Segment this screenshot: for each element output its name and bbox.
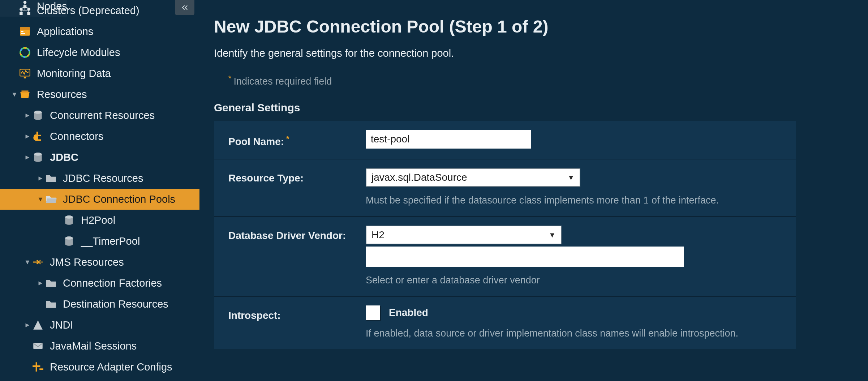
vendor-text-input[interactable] <box>366 247 684 267</box>
tree-arrow-right-icon: ► <box>23 154 32 161</box>
sidebar-item-label: Resource Adapter Configs <box>50 362 172 372</box>
sidebar-item-jndi[interactable]: ► JNDI <box>0 314 199 335</box>
svg-rect-14 <box>24 77 26 78</box>
double-chevron-left-icon <box>180 3 189 12</box>
required-star-icon: * <box>286 134 289 143</box>
svg-rect-9 <box>21 33 25 34</box>
sidebar-item-label: JavaMail Sessions <box>50 341 137 351</box>
sidebar-item-label: Destination Resources <box>63 299 168 309</box>
sidebar-item-concurrent[interactable]: ► Concurrent Resources <box>0 105 199 126</box>
sidebar-item-dest-resources[interactable]: Destination Resources <box>0 294 199 314</box>
sidebar-item-label: Connectors <box>50 131 103 142</box>
nav-tree: Nodes Clusters (Deprecated) Applications <box>0 0 199 377</box>
adapter-icon <box>32 361 44 373</box>
svg-rect-8 <box>21 31 23 32</box>
introspect-hint: If enabled, data source or driver implem… <box>366 328 781 339</box>
resource-type-select[interactable]: javax.sql.DataSource ▼ <box>366 168 580 187</box>
svg-point-20 <box>34 153 42 156</box>
sidebar-item-label: Concurrent Resources <box>50 110 155 121</box>
tree-arrow-down-icon: ▼ <box>23 258 32 266</box>
jndi-icon <box>32 319 44 331</box>
vendor-label: Database Driver Vendor: <box>228 226 366 241</box>
tree-arrow-right-icon: ► <box>23 321 32 329</box>
sidebar-item-connectors[interactable]: ► Connectors <box>0 126 199 147</box>
jms-icon <box>32 256 44 268</box>
sidebar-item-label: JNDI <box>50 320 73 330</box>
main-content: New JDBC Connection Pool (Step 1 of 2) I… <box>199 0 868 381</box>
svg-point-0 <box>23 1 27 4</box>
chevron-down-icon: ▼ <box>549 231 556 239</box>
svg-point-24 <box>65 236 73 240</box>
required-star-icon: * <box>228 74 232 83</box>
row-resource-type: Resource Type: javax.sql.DataSource ▼ Mu… <box>214 159 796 216</box>
sidebar: Nodes Clusters (Deprecated) Applications <box>0 0 199 381</box>
sidebar-item-jdbc-pools[interactable]: ▼ JDBC Connection Pools <box>0 189 199 210</box>
sidebar-item-label: JDBC Connection Pools <box>63 194 175 205</box>
label-text: Pool Name: <box>228 136 284 147</box>
sidebar-item-label: JDBC <box>50 152 78 163</box>
sidebar-item-lifecycle[interactable]: Lifecycle Modules <box>0 42 199 63</box>
introspect-check-label: Enabled <box>389 307 428 318</box>
select-value: javax.sql.DataSource <box>371 172 467 183</box>
sidebar-item-nodes[interactable]: Nodes <box>0 0 67 17</box>
svg-point-18 <box>34 134 38 138</box>
sidebar-item-resources[interactable]: ▼ Resources <box>0 84 199 105</box>
sidebar-collapse-button[interactable] <box>175 0 194 15</box>
sidebar-item-label: Lifecycle Modules <box>37 47 120 58</box>
sidebar-item-label: Applications <box>37 26 93 37</box>
sidebar-item-adapter-configs[interactable]: Resource Adapter Configs <box>0 356 199 377</box>
page-title: New JDBC Connection Pool (Step 1 of 2) <box>214 17 854 37</box>
sidebar-item-label: Resources <box>37 89 87 100</box>
sidebar-item-label: Nodes <box>37 1 67 12</box>
sidebar-item-conn-factories[interactable]: ► Connection Factories <box>0 273 199 294</box>
sidebar-item-label: H2Pool <box>81 215 115 226</box>
resource-type-label: Resource Type: <box>228 168 366 184</box>
svg-point-17 <box>34 111 42 114</box>
nodes-icon <box>19 0 31 12</box>
row-vendor: Database Driver Vendor: H2 ▼ Select or e… <box>214 216 796 296</box>
applications-icon <box>19 25 31 38</box>
sidebar-item-label: Monitoring Data <box>37 68 111 79</box>
chevron-down-icon: ▼ <box>567 174 575 182</box>
required-note-text: Indicates required field <box>234 76 332 87</box>
database-icon <box>63 214 75 226</box>
svg-rect-15 <box>21 90 28 92</box>
folder-icon <box>45 277 57 289</box>
tree-arrow-down-icon: ▼ <box>10 91 19 98</box>
sidebar-item-jdbc-resources[interactable]: ► JDBC Resources <box>0 168 199 189</box>
database-icon <box>32 151 44 163</box>
svg-rect-26 <box>39 368 43 370</box>
folder-icon <box>45 298 57 310</box>
database-icon <box>63 235 75 247</box>
tree-arrow-right-icon: ► <box>36 175 45 182</box>
introspect-checkbox[interactable] <box>366 305 380 320</box>
introspect-label: Introspect: <box>228 305 366 321</box>
folder-icon <box>45 172 57 184</box>
sidebar-item-javamail[interactable]: JavaMail Sessions <box>0 335 199 356</box>
svg-point-22 <box>65 215 73 219</box>
tree-arrow-down-icon: ▼ <box>36 196 45 203</box>
sidebar-item-jms[interactable]: ▼ JMS Resources <box>0 252 199 273</box>
tree-arrow-right-icon: ► <box>23 133 32 140</box>
vendor-hint: Select or enter a database driver vendor <box>366 275 781 286</box>
sidebar-item-h2pool[interactable]: H2Pool <box>0 210 199 231</box>
form-table: Pool Name:* Resource Type: javax.sql.Dat… <box>214 121 796 349</box>
sidebar-item-timerpool[interactable]: __TimerPool <box>0 231 199 252</box>
sidebar-item-jdbc[interactable]: ► JDBC <box>0 147 199 168</box>
row-pool-name: Pool Name:* <box>214 121 796 159</box>
sidebar-item-label: Connection Factories <box>63 278 162 288</box>
row-introspect: Introspect: Enabled If enabled, data sou… <box>214 296 796 349</box>
pool-name-label: Pool Name:* <box>228 130 366 147</box>
svg-rect-7 <box>20 27 30 30</box>
monitoring-icon <box>19 67 31 80</box>
folder-open-icon <box>45 193 57 205</box>
mail-icon <box>32 340 44 352</box>
resource-type-hint: Must be specified if the datasource clas… <box>366 195 781 206</box>
required-note: *Indicates required field <box>228 74 854 87</box>
sidebar-item-monitoring[interactable]: Monitoring Data <box>0 63 199 84</box>
sidebar-item-applications[interactable]: Applications <box>0 21 199 42</box>
pool-name-input[interactable] <box>366 130 531 149</box>
tree-arrow-right-icon: ► <box>23 112 32 119</box>
sidebar-item-label: JDBC Resources <box>63 173 143 184</box>
vendor-select[interactable]: H2 ▼ <box>366 226 562 244</box>
